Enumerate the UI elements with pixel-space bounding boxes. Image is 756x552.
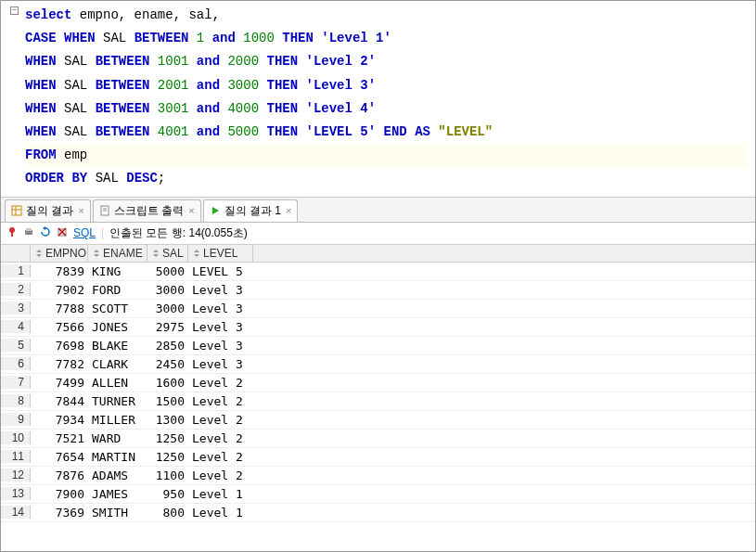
separator: | (101, 226, 104, 239)
close-icon[interactable]: × (78, 205, 83, 216)
table-row[interactable]: 87844TURNER1500Level 2 (1, 392, 755, 411)
status-text: 인출된 모든 행: 14(0.055초) (109, 225, 248, 241)
grid-body: 17839KING5000LEVEL 527902FORD3000Level 3… (1, 263, 755, 522)
col-ename[interactable]: ENAME (88, 245, 147, 262)
result-tabs: 질의 결과×스크립트 출력×질의 결과 1× (1, 198, 755, 223)
col-empno[interactable]: EMPNO (31, 245, 88, 262)
table-row[interactable]: 117654MARTIN1250Level 2 (1, 448, 755, 467)
sql-editor[interactable]: − select empno, ename, sal,CASE WHEN SAL… (1, 1, 755, 198)
svg-rect-9 (26, 228, 32, 231)
grid-header: EMPNOENAMESALLEVEL (1, 245, 755, 263)
print-icon[interactable] (23, 226, 34, 240)
col-sal[interactable]: SAL (147, 245, 188, 262)
table-row[interactable]: 147369SMITH800Level 1 (1, 504, 755, 522)
svg-rect-7 (11, 232, 13, 237)
sql-link[interactable]: SQL (73, 226, 96, 239)
col-level[interactable]: LEVEL (188, 245, 253, 262)
table-row[interactable]: 97934MILLER1300Level 2 (1, 411, 755, 430)
pin-icon[interactable] (6, 226, 18, 240)
table-row[interactable]: 17839KING5000LEVEL 5 (1, 263, 755, 281)
table-row[interactable]: 137900JAMES950Level 1 (1, 485, 755, 504)
fold-icon[interactable]: − (10, 6, 19, 15)
table-row[interactable]: 77499ALLEN1600Level 2 (1, 374, 755, 392)
table-row[interactable]: 107521WARD1250Level 2 (1, 430, 755, 448)
table-row[interactable]: 127876ADAMS1100Level 2 (1, 467, 755, 485)
sql-lines: select empno, ename, sal,CASE WHEN SAL B… (25, 4, 748, 191)
close-icon[interactable]: × (188, 205, 194, 216)
table-row[interactable]: 27902FORD3000Level 3 (1, 281, 755, 300)
result-grid: EMPNOENAMESALLEVEL 17839KING5000LEVEL 52… (1, 245, 755, 522)
table-row[interactable]: 67782CLARK2450Level 3 (1, 355, 755, 374)
table-row[interactable]: 37788SCOTT3000Level 3 (1, 300, 755, 318)
table-row[interactable]: 57698BLAKE2850Level 3 (1, 337, 755, 355)
table-row[interactable]: 47566JONES2975Level 3 (1, 318, 755, 337)
result-toolbar: SQL | 인출된 모든 행: 14(0.055초) (1, 223, 755, 245)
tab-질의 결과[interactable]: 질의 결과× (5, 199, 91, 222)
refresh-icon[interactable] (40, 226, 51, 240)
rownum-header (1, 245, 31, 262)
svg-rect-0 (12, 206, 21, 215)
close-icon[interactable]: × (286, 205, 291, 216)
tab-질의 결과 1[interactable]: 질의 결과 1× (203, 199, 299, 222)
delete-icon[interactable] (57, 226, 68, 240)
tab-스크립트 출력[interactable]: 스크립트 출력× (93, 199, 201, 222)
